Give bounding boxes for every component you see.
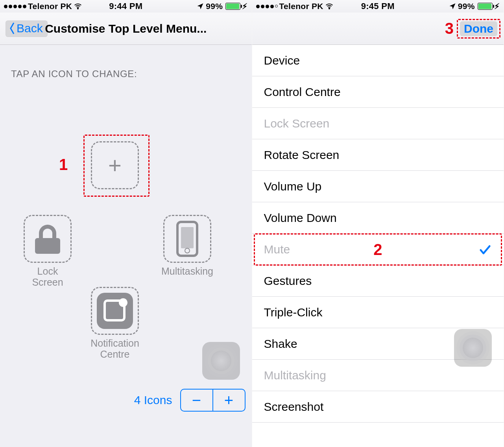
notification-centre-icon (97, 293, 133, 329)
list-item[interactable]: Rotate Screen (252, 139, 504, 171)
screen-choose-action: Telenor PK 9:45 PM 99% ⚡︎ 3 Done (252, 0, 504, 447)
status-bar: Telenor PK 9:45 PM 99% ⚡︎ (252, 0, 504, 13)
slot-lock-screen-label: Lock Screen (24, 266, 72, 288)
list-item[interactable]: Triple-Click (252, 297, 504, 328)
slot-notification-centre-label: Notification Centre (90, 338, 139, 360)
signal-dots-icon (4, 5, 26, 8)
screen-customise: Telenor PK 9:44 PM 99% ⚡︎ Back Custom (0, 0, 252, 447)
location-icon (196, 2, 204, 10)
list-item[interactable]: Gestures (252, 265, 504, 297)
icon-count-label: 4 Icons (134, 393, 172, 407)
slot-notification-centre[interactable]: Notification Centre (91, 287, 139, 360)
list-item[interactable]: Volume Up (252, 171, 504, 202)
list-item[interactable]: Device (252, 45, 504, 76)
annotation-box-1 (83, 135, 150, 197)
list-item-label: Triple-Click (264, 306, 323, 319)
svg-point-0 (78, 8, 79, 9)
slot-multitasking[interactable]: Multitasking (163, 215, 211, 277)
battery-percent-label: 99% (206, 2, 223, 11)
status-bar: Telenor PK 9:44 PM 99% ⚡︎ (0, 0, 252, 13)
annotation-box-3 (457, 19, 500, 39)
annotation-number-3: 3 (445, 20, 454, 37)
battery-percent-label: 99% (458, 2, 475, 11)
location-icon (449, 2, 456, 10)
nav-bar: Back Customise Top Level Menu... (0, 13, 252, 45)
nav-bar: 3 Done (252, 13, 504, 45)
list-item-label: Volume Up (264, 180, 322, 193)
charging-icon: ⚡︎ (242, 2, 247, 11)
time-label: 9:44 PM (109, 1, 142, 11)
signal-dots-icon (256, 5, 278, 8)
list-item[interactable]: Control Centre (252, 76, 504, 108)
wifi-icon (74, 2, 82, 11)
time-label: 9:45 PM (361, 1, 395, 11)
stepper-plus-button[interactable]: + (212, 390, 245, 411)
list-item-label: Control Centre (264, 85, 341, 99)
list-item-label: Device (264, 54, 300, 67)
list-item-label: Multitasking (264, 369, 326, 382)
battery-icon (478, 3, 493, 10)
assistive-touch-button[interactable] (202, 342, 240, 380)
carrier-label: Telenor PK (279, 2, 323, 11)
stepper-minus-button[interactable]: − (181, 390, 212, 411)
battery-icon (225, 3, 240, 10)
annotation-number-2: 2 (373, 241, 382, 259)
carrier-label: Telenor PK (28, 2, 72, 11)
action-list[interactable]: DeviceControl CentreLock ScreenRotate Sc… (252, 45, 504, 447)
slot-multitasking-label: Multitasking (161, 266, 213, 277)
list-item-label: Screenshot (264, 400, 324, 414)
annotation-number-1: 1 (59, 156, 68, 174)
list-item-label: Rotate Screen (264, 148, 340, 162)
icon-count-stepper: − + (180, 389, 246, 412)
wifi-icon (325, 2, 334, 11)
list-item-label: Gestures (264, 274, 312, 288)
list-item-label: Shake (264, 337, 297, 351)
phone-icon (176, 221, 198, 257)
list-item[interactable]: Lock Screen (252, 108, 504, 139)
assistive-touch-button[interactable] (454, 329, 492, 367)
page-title: Customise Top Level Menu... (45, 22, 207, 35)
list-item[interactable]: Screenshot (252, 391, 504, 423)
customise-top-level-content: TAP AN ICON TO CHANGE: + 1 Lock Screen M… (0, 45, 252, 447)
charging-icon: ⚡︎ (494, 2, 500, 11)
list-item[interactable]: Volume Down (252, 202, 504, 234)
svg-point-1 (329, 8, 330, 9)
slot-lock-screen[interactable]: Lock Screen (24, 215, 72, 288)
list-item-label: Volume Down (264, 211, 337, 225)
back-label: Back (17, 22, 43, 35)
list-item-label: Lock Screen (264, 117, 330, 130)
section-label: TAP AN ICON TO CHANGE: (0, 45, 252, 79)
lock-icon (32, 223, 63, 255)
back-button[interactable]: Back (6, 20, 48, 37)
